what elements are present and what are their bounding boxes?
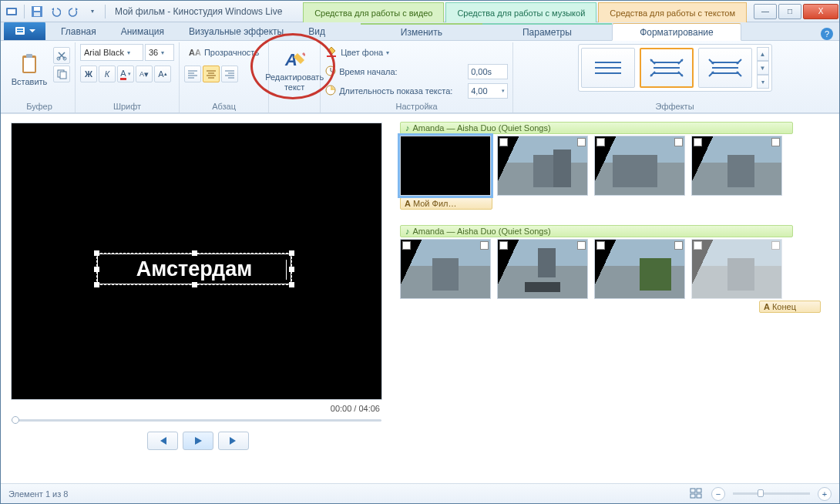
title-text-box[interactable]: Амстердам [96,253,292,285]
svg-rect-14 [60,72,66,79]
qat-save-icon[interactable] [29,4,45,19]
seek-thumb[interactable] [12,416,19,424]
system-menu-icon[interactable] [4,4,19,19]
italic-button[interactable]: К [99,66,116,82]
qat-customize-icon[interactable]: ▾ [85,4,100,19]
timeline-clip[interactable] [497,136,588,196]
timeline-clip[interactable] [691,239,782,299]
effect-item-3[interactable] [698,48,752,88]
svg-rect-3 [34,7,40,11]
window-maximize-button[interactable]: □ [778,4,801,19]
video-preview[interactable]: Амстердам [12,123,381,399]
effects-gallery: ▲ ▼ ▾ [578,44,772,92]
resize-handle[interactable] [94,282,99,287]
qat-redo-icon[interactable] [66,4,82,19]
align-left-button[interactable] [184,66,201,82]
help-icon[interactable]: ? [821,28,833,40]
text-caption-end[interactable]: A Конец [759,301,821,313]
gallery-more-button[interactable]: ▾ [757,75,769,89]
tab-text-format[interactable]: Форматирование [612,23,741,41]
time-display: 00:00 / 04:06 [12,399,385,415]
resize-handle[interactable] [94,250,99,256]
timeline-clip[interactable] [400,239,491,299]
duration-label: Длительность показа текста: [339,86,452,96]
font-size-combo[interactable]: 36▾ [145,44,174,61]
group-font: Arial Black▾ 36▾ Ж К A▾ A▾ A▴ Шрифт [76,42,180,113]
copy-button[interactable] [53,66,70,82]
tab-music-params[interactable]: Параметры [482,23,612,40]
gallery-down-button[interactable]: ▼ [757,61,769,75]
window-minimize-button[interactable]: — [754,4,777,19]
timeline-clip[interactable] [497,239,588,299]
font-color-button[interactable]: A▾ [117,66,134,82]
tab-animation[interactable]: Анимация [109,23,176,40]
group-adjust: Цвет фона▾ Время начала: 0,00s Длительно… [321,42,513,113]
tab-home[interactable]: Главная [49,23,109,40]
svg-rect-22 [697,494,701,498]
file-menu-button[interactable] [4,22,45,40]
bold-button[interactable]: Ж [80,66,97,82]
ribbon: Вставить Буфер Arial Black▾ 36▾ Ж К A▾ A… [1,41,839,113]
svg-rect-20 [697,489,701,492]
tab-visual-effects[interactable]: Визуальные эффекты [176,23,296,40]
timeline-clip[interactable] [691,136,782,196]
resize-handle[interactable] [289,250,294,256]
font-grow-button[interactable]: A▴ [154,66,171,82]
start-time-field[interactable]: 0,00s [468,64,508,79]
edit-text-button[interactable]: A Редактировать текст [274,44,315,95]
timeline-clip[interactable] [594,136,685,196]
svg-rect-9 [24,58,35,72]
next-frame-button[interactable] [218,432,249,450]
timeline-clip[interactable] [594,239,685,299]
svg-rect-7 [17,31,23,32]
preview-pane: Амстердам 00:00 / 04:06 [1,114,392,483]
clipboard-icon [18,53,40,75]
tab-video-edit[interactable]: Изменить [361,23,482,40]
music-track-2[interactable]: ♪ Amanda — Aisha Duo (Quiet Songs) [400,225,793,237]
resize-handle[interactable] [192,250,197,256]
view-thumbnails-button[interactable] [690,488,704,500]
tab-view[interactable]: Вид [296,23,338,40]
workspace: Амстердам 00:00 / 04:06 ♪ Amanda — Aisha… [1,113,839,483]
seek-bar[interactable] [12,415,381,425]
font-shrink-button[interactable]: A▾ [136,66,153,82]
zoom-in-button[interactable]: + [818,487,832,501]
text-caret [286,260,287,280]
resize-handle[interactable] [289,267,294,272]
tooltab-video[interactable]: Средства для работы с видео [303,2,444,22]
paste-button[interactable]: Вставить [8,44,50,95]
resize-handle[interactable] [94,267,99,272]
window-close-button[interactable]: X [803,4,838,19]
play-button[interactable] [183,432,213,450]
timeline-pane[interactable]: ♪ Amanda — Aisha Duo (Quiet Songs) A Мой… [392,114,839,483]
gallery-up-button[interactable]: ▲ [757,47,769,61]
start-time-label: Время начала: [339,67,398,76]
zoom-slider[interactable] [733,492,810,495]
transparency-button[interactable]: AA Прозрачность [184,44,264,61]
edit-text-icon: A [284,49,305,70]
align-center-button[interactable] [203,66,220,82]
effect-item-2[interactable] [640,48,694,88]
zoom-out-button[interactable]: − [711,487,725,501]
title-text: Амстердам [136,257,252,281]
music-track-1[interactable]: ♪ Amanda — Aisha Duo (Quiet Songs) [400,122,793,134]
timeline-clip[interactable] [400,136,491,196]
qat-undo-icon[interactable] [48,4,63,19]
resize-handle[interactable] [192,282,197,287]
group-buffer: Вставить Буфер [4,42,76,113]
resize-handle[interactable] [289,282,294,287]
effect-item-1[interactable] [581,48,635,88]
tooltab-music[interactable]: Средства для работы с музыкой [445,2,596,22]
align-right-button[interactable] [221,66,238,82]
text-caption-clip[interactable]: A Мой Фил… [400,197,492,210]
clock-icon [325,66,336,78]
group-paragraph: AA Прозрачность Абзац [180,42,269,113]
zoom-thumb[interactable] [758,489,764,497]
svg-rect-6 [17,29,23,30]
cut-button[interactable] [53,47,70,64]
prev-frame-button[interactable] [147,432,178,450]
duration-field[interactable]: 4,00▾ [468,83,508,99]
bg-color-button[interactable]: Цвет фона▾ [325,44,508,61]
font-family-combo[interactable]: Arial Black▾ [80,44,143,61]
tooltab-text[interactable]: Средства для работы с текстом [598,2,747,22]
